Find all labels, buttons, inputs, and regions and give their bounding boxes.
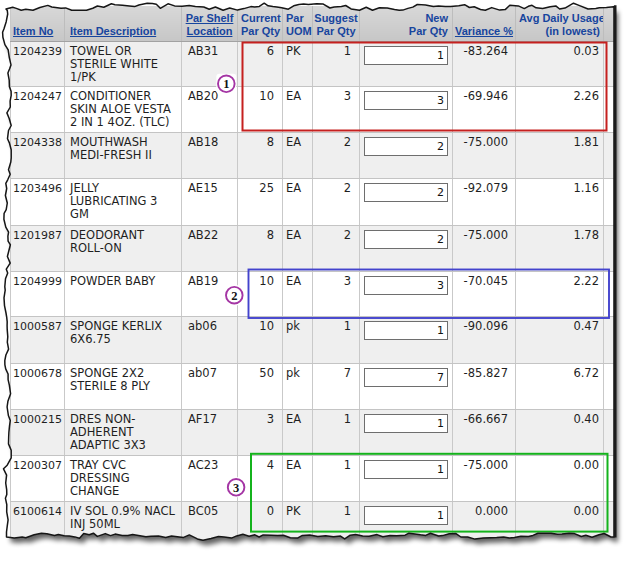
column-header-spacer (604, 6, 615, 41)
column-header-item_no[interactable]: Item No (11, 6, 65, 41)
new-par-qty-input[interactable] (364, 506, 448, 525)
cell-item_description: IV SOL 0.9% NACL INJ 50ML (65, 501, 182, 547)
cell-par_shelf_location: AE15 (182, 178, 238, 225)
cell-new_par_qty (360, 132, 453, 178)
cell-par_uom: pk (283, 363, 313, 409)
cell-par_uom: PK (283, 41, 313, 86)
screenshot-clip: Item NoItem DescriptionPar Shelf Locatio… (0, 0, 631, 561)
cell-par_uom: EA (283, 225, 313, 271)
cell-current_par_qty: 50 (238, 363, 283, 409)
cell-variance_pct: -75.000 (453, 132, 516, 178)
table-row: 1201987DEODORANT ROLL-ONAB228EA2-75.0001… (11, 225, 615, 271)
cell-spacer (604, 316, 615, 363)
column-header-par_shelf_location[interactable]: Par Shelf Location (182, 6, 238, 41)
cell-suggest_par_qty: 3 (313, 86, 360, 132)
cell-spacer (604, 41, 615, 86)
cell-avg_daily_usage: 0.00 (516, 455, 604, 501)
table-row: 1204999POWDER BABYAB1910EA3-70.0452.22 (11, 271, 615, 316)
par-level-table: Item NoItem DescriptionPar Shelf Locatio… (10, 6, 615, 548)
new-par-qty-input[interactable] (364, 230, 448, 249)
new-par-qty-input[interactable] (364, 91, 448, 110)
cell-par_uom: EA (283, 86, 313, 132)
cell-variance_pct: -83.264 (453, 41, 516, 86)
cell-item_description: DRES NON-ADHERENT ADAPTIC 3X3 (65, 409, 182, 455)
cell-par_uom: EA (283, 178, 313, 225)
cell-variance_pct: -75.000 (453, 225, 516, 271)
new-par-qty-input[interactable] (364, 137, 448, 156)
cell-item_description: CONDITIONER SKIN ALOE VESTA 2 IN 1 4OZ. … (65, 86, 182, 132)
cell-suggest_par_qty: 1 (313, 409, 360, 455)
cell-current_par_qty: 10 (238, 86, 283, 132)
cell-variance_pct: 0.000 (453, 501, 516, 547)
cell-current_par_qty: 3 (238, 409, 283, 455)
column-header-item_description[interactable]: Item Description (65, 6, 182, 41)
cell-current_par_qty: 0 (238, 501, 283, 547)
cell-item_no: 1204338 (11, 132, 65, 178)
new-par-qty-input[interactable] (364, 368, 448, 387)
cell-par_shelf_location: AC23 (182, 455, 238, 501)
cell-avg_daily_usage: 0.47 (516, 316, 604, 363)
column-header-suggest_par_qty: Suggest Par Qty (313, 6, 360, 41)
table-row: 1204239TOWEL OR STERILE WHITE 1/PKAB316P… (11, 41, 615, 86)
cell-avg_daily_usage: 0.00 (516, 501, 604, 547)
table-row: 1000215DRES NON-ADHERENT ADAPTIC 3X3AF17… (11, 409, 615, 455)
cell-item_description: MOUTHWASH MEDI-FRESH II (65, 132, 182, 178)
cell-spacer (604, 225, 615, 271)
cell-new_par_qty (360, 41, 453, 86)
cell-avg_daily_usage: 0.03 (516, 41, 604, 86)
cell-variance_pct: -90.096 (453, 316, 516, 363)
new-par-qty-input[interactable] (364, 46, 448, 65)
cell-par_shelf_location: AB22 (182, 225, 238, 271)
cell-par_uom: pk (283, 316, 313, 363)
column-header-par_uom: Par UOM (283, 6, 313, 41)
column-header-avg_daily_usage: Avg Daily Usage (in lowest) (516, 6, 604, 41)
new-par-qty-input[interactable] (364, 414, 448, 433)
cell-new_par_qty (360, 363, 453, 409)
cell-current_par_qty: 4 (238, 455, 283, 501)
table-row: 1000678SPONGE 2X2 STERILE 8 PLYab0750pk7… (11, 363, 615, 409)
cell-item_description: SPONGE 2X2 STERILE 8 PLY (65, 363, 182, 409)
cell-current_par_qty: 6 (238, 41, 283, 86)
table-body: 1204239TOWEL OR STERILE WHITE 1/PKAB316P… (11, 41, 615, 547)
cell-suggest_par_qty: 2 (313, 178, 360, 225)
table-header-row: Item NoItem DescriptionPar Shelf Locatio… (11, 6, 615, 41)
sort-link-item_no[interactable]: Item No (13, 25, 53, 37)
table-row: 1204338MOUTHWASH MEDI-FRESH IIAB188EA2-7… (11, 132, 615, 178)
cell-spacer (604, 178, 615, 225)
cell-par_shelf_location: AF17 (182, 409, 238, 455)
cell-item_no: 1000587 (11, 316, 65, 363)
sort-link-item_description[interactable]: Item Description (70, 25, 156, 37)
cell-item_no: 1203496 (11, 178, 65, 225)
cell-item_no: 1000215 (11, 409, 65, 455)
cell-item_description: TRAY CVC DRESSING CHANGE (65, 455, 182, 501)
cell-suggest_par_qty: 3 (313, 271, 360, 316)
cell-new_par_qty (360, 501, 453, 547)
cell-current_par_qty: 10 (238, 316, 283, 363)
table-row: 6100614IV SOL 0.9% NACL INJ 50MLBC050PK1… (11, 501, 615, 547)
cell-suggest_par_qty: 2 (313, 132, 360, 178)
cell-item_description: TOWEL OR STERILE WHITE 1/PK (65, 41, 182, 86)
cell-current_par_qty: 10 (238, 271, 283, 316)
cell-new_par_qty (360, 455, 453, 501)
cell-variance_pct: -69.946 (453, 86, 516, 132)
cell-suggest_par_qty: 1 (313, 501, 360, 547)
cell-spacer (604, 271, 615, 316)
cell-suggest_par_qty: 1 (313, 455, 360, 501)
new-par-qty-input[interactable] (364, 321, 448, 340)
new-par-qty-input[interactable] (364, 183, 448, 202)
new-par-qty-input[interactable] (364, 276, 448, 295)
par-level-document: Item NoItem DescriptionPar Shelf Locatio… (10, 6, 614, 548)
cell-suggest_par_qty: 7 (313, 363, 360, 409)
cell-new_par_qty (360, 271, 453, 316)
column-header-variance_pct[interactable]: Variance % (453, 6, 516, 41)
cell-spacer (604, 501, 615, 547)
cell-new_par_qty (360, 86, 453, 132)
cell-avg_daily_usage: 1.78 (516, 225, 604, 271)
sort-link-variance_pct[interactable]: Variance % (455, 25, 513, 37)
sort-link-par_shelf_location[interactable]: Par Shelf Location (186, 12, 234, 37)
cell-par_uom: EA (283, 271, 313, 316)
cell-suggest_par_qty: 1 (313, 316, 360, 363)
new-par-qty-input[interactable] (364, 460, 448, 479)
cell-par_uom: EA (283, 409, 313, 455)
cell-par_shelf_location: AB18 (182, 132, 238, 178)
